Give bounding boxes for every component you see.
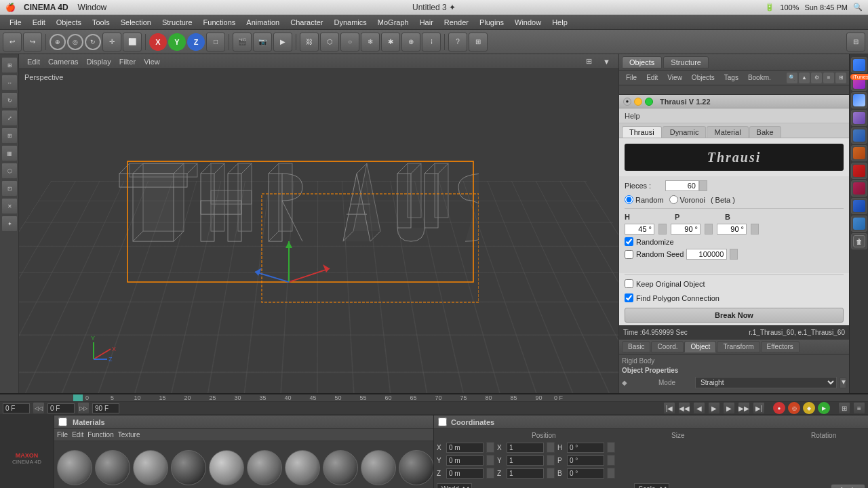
menu-plugins[interactable]: Plugins (474, 18, 509, 26)
obj-edit-btn[interactable]: Edit (642, 73, 662, 82)
menu-render[interactable]: Render (439, 18, 474, 26)
mat-ball-9[interactable] (361, 450, 396, 485)
size-y-spin[interactable] (547, 455, 555, 466)
camera-btn[interactable]: 📷 (253, 33, 272, 52)
menu-objects[interactable]: Objects (51, 18, 87, 26)
p-spin[interactable] (705, 224, 713, 235)
pieces-spin[interactable] (699, 180, 707, 191)
menu-help[interactable]: Help (547, 18, 573, 26)
prop-tab-effectors[interactable]: Effectors (761, 341, 800, 352)
go-end-btn[interactable]: ▶| (753, 402, 765, 414)
search-icon[interactable]: 🔍 (787, 73, 797, 83)
random-radio-label[interactable]: Random (625, 195, 664, 204)
mat-ball-8[interactable] (323, 450, 358, 485)
menu-mograph[interactable]: MoGraph (372, 18, 414, 26)
mat-item-3[interactable]: Cut_InS (133, 450, 168, 488)
world-select[interactable]: World (437, 483, 472, 488)
auto-key-btn[interactable]: ◎ (788, 402, 800, 414)
target-btn[interactable]: ⊕ (401, 33, 420, 52)
mat-file-btn[interactable]: File (57, 431, 68, 439)
redo-btn[interactable]: ↪ (23, 33, 42, 52)
seed-spin[interactable] (730, 249, 738, 260)
prev-btn[interactable]: ◀ (693, 402, 705, 414)
mat-ball-4[interactable] (171, 450, 206, 485)
thrausi-close-btn[interactable]: ● (623, 98, 631, 106)
thr-tab-thrausi[interactable]: Thrausi (622, 126, 662, 138)
scale3d-btn[interactable]: ⤢ (1, 110, 18, 126)
pieces-input[interactable] (665, 180, 699, 191)
size-x-input[interactable] (507, 443, 544, 453)
play-btn[interactable]: ▶ (708, 402, 720, 414)
p-value-input[interactable] (671, 224, 701, 235)
thr-tab-material[interactable]: Material (707, 126, 748, 138)
mat-item-10[interactable]: Cut_Out (399, 450, 433, 488)
mat-edit-btn[interactable]: Edit (72, 431, 83, 439)
h-spin[interactable] (658, 224, 667, 235)
move-tool-btn[interactable]: ⊕ (50, 34, 66, 50)
size-z-spin[interactable] (547, 468, 555, 479)
menu-structure[interactable]: Structure (157, 18, 198, 26)
grid3-btn[interactable]: ⬡ (1, 163, 18, 179)
dock-itunes-btn[interactable]: iTunes (851, 75, 867, 91)
render-btn[interactable]: ▶ (273, 33, 292, 52)
rot-x-spin[interactable] (607, 442, 615, 453)
voronoi-radio-label[interactable]: Voronoi (669, 195, 705, 204)
voronoi-radio[interactable] (669, 195, 678, 204)
go-start-btn[interactable]: |◀ (663, 402, 675, 414)
viewport-tab-display[interactable]: Display (83, 57, 115, 66)
cube-btn[interactable]: ⬡ (320, 33, 339, 52)
rot-y-spin[interactable] (607, 455, 615, 466)
prev-frame-btn[interactable]: ◁◁ (33, 402, 45, 414)
y-axis-btn[interactable]: Y (168, 33, 186, 51)
pos-z-input[interactable] (446, 468, 484, 479)
viewport-tab-filter[interactable]: Filter (115, 57, 140, 66)
obj-expand-icon[interactable]: ▲ (799, 73, 810, 83)
apply-button[interactable]: Apply (831, 484, 865, 488)
mat-item-9[interactable]: Cut_InS (361, 450, 396, 488)
mat-ball-2[interactable] (95, 450, 130, 485)
mat-function-btn[interactable]: Function (87, 431, 113, 439)
pos-y-input[interactable] (446, 455, 484, 466)
viewport-tab-view[interactable]: View (140, 57, 164, 66)
start-frame-input[interactable] (3, 403, 30, 413)
pos-z-spin[interactable] (486, 468, 494, 479)
mat-ball-6[interactable] (247, 450, 282, 485)
mode-expand-icon[interactable]: ▼ (840, 378, 846, 388)
dock-trash-btn[interactable]: 🗑 (851, 233, 867, 249)
obj-tags-btn[interactable]: Tags (720, 73, 743, 82)
grid2-btn[interactable]: ⊞ (1, 127, 18, 144)
select-tool-btn[interactable]: ⬜ (123, 33, 142, 52)
rot-y-input[interactable] (567, 455, 604, 466)
prev-key-btn[interactable]: ◀◀ (678, 402, 690, 414)
viewport-tab-cameras[interactable]: Cameras (44, 57, 83, 66)
help-btn[interactable]: ? (448, 33, 467, 52)
menu-dynamics[interactable]: Dynamics (329, 18, 372, 26)
object-mode-btn[interactable]: □ (206, 33, 225, 52)
size-z-input[interactable] (507, 468, 544, 479)
dock-id-btn[interactable] (851, 180, 867, 197)
obj-file-btn[interactable]: File (622, 73, 641, 82)
randomize-checkbox[interactable] (625, 237, 633, 246)
mat-texture-btn[interactable]: Texture (118, 431, 140, 439)
dock-files-btn[interactable] (851, 216, 867, 232)
viewport-icon-btn[interactable]: ⊞ (1, 57, 18, 73)
mat-ball-5[interactable] (209, 450, 244, 485)
apple-logo-icon[interactable]: 🍎 (5, 3, 16, 12)
thrausi-max-btn[interactable] (645, 98, 653, 106)
tab-structure[interactable]: Structure (663, 56, 709, 68)
mat-ball-3[interactable] (133, 450, 168, 485)
b-value-input[interactable] (717, 224, 747, 235)
scale-select[interactable]: Scale (634, 483, 669, 488)
menu-tools[interactable]: Tools (87, 18, 115, 26)
menu-selection[interactable]: Selection (115, 18, 157, 26)
play-all-btn[interactable]: ▶ (818, 402, 830, 414)
thrausi-help-label[interactable]: Help (625, 112, 640, 120)
pos-x-input[interactable] (446, 443, 484, 453)
dock-ps-btn[interactable] (851, 127, 867, 144)
menu-hair[interactable]: Hair (414, 18, 439, 26)
obj-bookmarks-btn[interactable]: Bookm. (744, 73, 775, 82)
z-axis-btn[interactable]: Z (187, 33, 205, 51)
mac-window-menu[interactable]: Window (78, 3, 107, 12)
menu-character[interactable]: Character (285, 18, 328, 26)
size-y-input[interactable] (507, 455, 544, 466)
